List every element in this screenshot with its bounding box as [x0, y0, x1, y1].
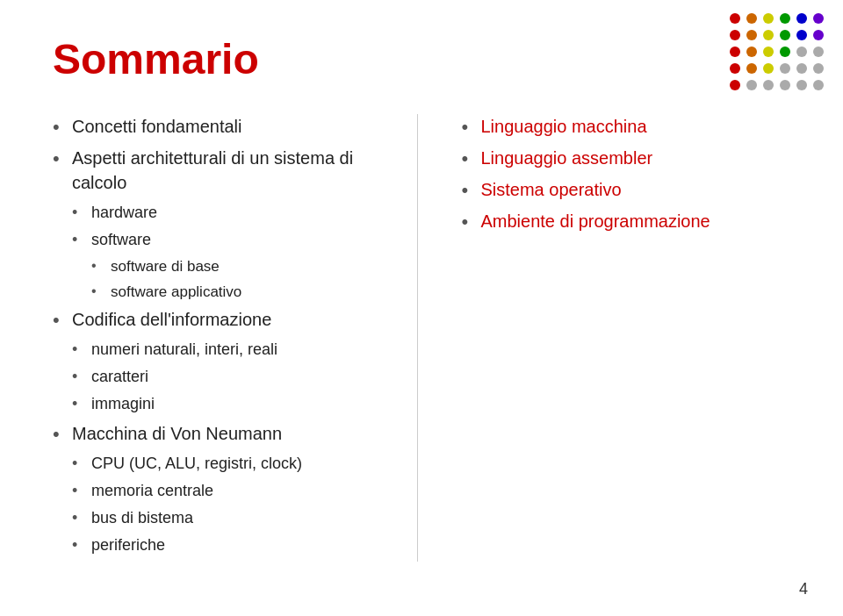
- list-item: software applicativo: [53, 282, 391, 303]
- decoration-dot: [763, 30, 774, 40]
- list-item: bus di bistema: [53, 507, 391, 529]
- decoration-dot: [763, 13, 774, 24]
- list-item: Linguaggio macchina: [462, 114, 800, 139]
- decoration-dot: [813, 13, 824, 24]
- list-item: hardware: [53, 202, 391, 224]
- decoration-dot: [746, 13, 757, 24]
- decoration-dot: [796, 80, 807, 90]
- list-item: CPU (UC, ALU, registri, clock): [53, 453, 391, 475]
- decoration-dot: [746, 30, 757, 40]
- decoration-dot: [730, 13, 740, 24]
- list-item: Codifica dell'informazione: [53, 307, 391, 332]
- decoration-dot: [796, 13, 807, 24]
- column-divider: [417, 114, 418, 562]
- decoration-dot: [780, 63, 790, 74]
- decoration-dot: [763, 47, 774, 57]
- decoration-dot: [780, 47, 790, 57]
- decoration-dot: [746, 63, 757, 74]
- decoration-dot: [746, 80, 757, 90]
- decoration-dot: [796, 63, 807, 74]
- decoration-dot: [813, 80, 824, 90]
- slide: Sommario Concetti fondamentaliAspetti ar…: [0, 0, 843, 616]
- list-item: software di base: [53, 256, 391, 277]
- right-column: Linguaggio macchinaLinguaggio assemblerS…: [444, 114, 800, 562]
- decoration-dot: [730, 30, 740, 40]
- decoration-dot: [796, 47, 807, 57]
- list-item: numeri naturali, interi, reali: [53, 339, 391, 361]
- decoration-dot: [780, 80, 790, 90]
- list-item: Linguaggio assembler: [462, 146, 800, 170]
- decoration-dot: [780, 30, 790, 40]
- dots-decoration: [730, 13, 825, 92]
- decoration-dot: [763, 80, 774, 90]
- decoration-dot: [813, 47, 824, 57]
- decoration-dot: [763, 63, 774, 74]
- list-item: Ambiente di programmazione: [462, 209, 800, 233]
- decoration-dot: [746, 47, 757, 57]
- decoration-dot: [796, 30, 807, 40]
- decoration-dot: [730, 47, 740, 57]
- content-area: Concetti fondamentaliAspetti architettur…: [44, 114, 799, 562]
- decoration-dot: [730, 63, 740, 74]
- right-bullet-list: Linguaggio macchinaLinguaggio assemblerS…: [462, 114, 800, 233]
- slide-title: Sommario: [53, 35, 799, 83]
- list-item: Macchina di Von Neumann: [53, 421, 391, 446]
- decoration-dot: [813, 63, 824, 74]
- decoration-dot: [813, 30, 824, 40]
- list-item: periferiche: [53, 534, 391, 556]
- list-item: memoria centrale: [53, 480, 391, 502]
- left-column: Concetti fondamentaliAspetti architettur…: [44, 114, 391, 562]
- list-item: caratteri: [53, 366, 391, 388]
- decoration-dot: [730, 80, 740, 90]
- decoration-dot: [780, 13, 790, 24]
- list-item: Aspetti architetturali di un sistema di …: [53, 146, 391, 195]
- list-item: immagini: [53, 393, 391, 415]
- list-item: Concetti fondamentali: [53, 114, 391, 139]
- left-bullet-list: Concetti fondamentaliAspetti architettur…: [53, 114, 391, 556]
- list-item: software: [53, 229, 391, 251]
- list-item: Sistema operativo: [462, 177, 800, 202]
- page-number: 4: [799, 580, 808, 598]
